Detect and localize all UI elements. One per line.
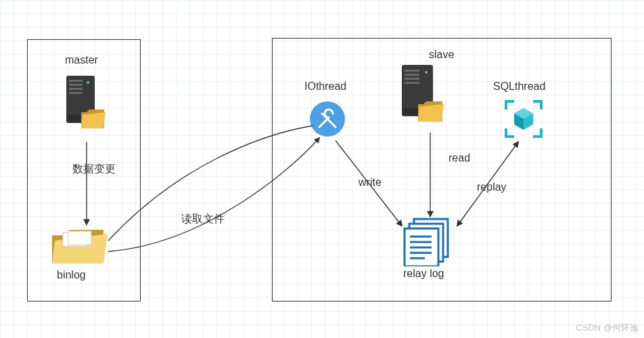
data-change-label: 数据变更	[72, 162, 116, 176]
watermark: CSDN @何怀逸	[576, 322, 639, 334]
read-label: read	[448, 152, 470, 164]
write-label: write	[359, 176, 382, 189]
relay-log-label: relay log	[403, 268, 444, 280]
iothread-label: IOthread	[304, 80, 346, 93]
slave-box	[272, 38, 612, 301]
master-title: master	[65, 54, 98, 66]
read-file-label: 读取文件	[181, 212, 225, 226]
replay-label: replay	[477, 181, 507, 193]
slave-title: slave	[429, 49, 454, 61]
binlog-label: binlog	[57, 269, 86, 281]
sqlthread-label: SQLthread	[493, 80, 545, 93]
